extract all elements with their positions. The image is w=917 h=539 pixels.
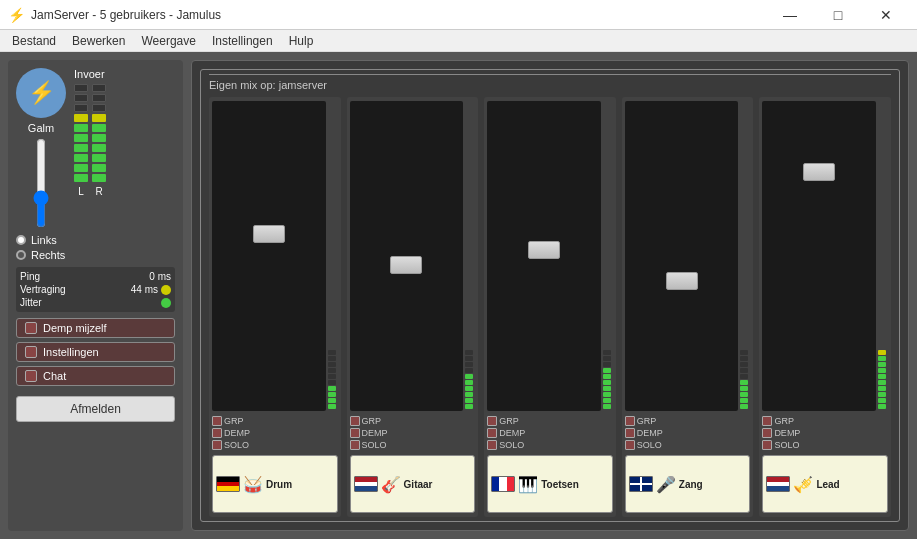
lead-grp-label: GRP (774, 416, 794, 426)
lead-demp-btn[interactable] (762, 428, 772, 438)
lead-solo-btn[interactable] (762, 440, 772, 450)
lr-labels: L R (74, 186, 106, 197)
meter-seg (92, 144, 106, 152)
meter-seg (74, 114, 88, 122)
zang-user-name: Zang (679, 479, 703, 490)
links-option[interactable]: Links (16, 234, 175, 246)
meter-left (74, 84, 88, 182)
instellingen-button[interactable]: Instellingen (16, 342, 175, 362)
meter-seg (92, 174, 106, 182)
rechts-radio[interactable] (16, 250, 26, 260)
drum-solo-label: SOLO (224, 440, 249, 450)
lead-user-name: Lead (816, 479, 839, 490)
gitaar-solo-btn[interactable] (350, 440, 360, 450)
minimize-button[interactable]: — (767, 0, 813, 30)
links-radio[interactable] (16, 235, 26, 245)
meter-seg (74, 174, 88, 182)
drum-fader-handle[interactable] (253, 225, 285, 243)
titlebar-title: JamServer - 5 gebruikers - Jamulus (31, 8, 221, 22)
chat-indicator (25, 370, 37, 382)
gitaar-flag (354, 476, 378, 492)
galm-slider[interactable] (32, 138, 50, 228)
input-meters (74, 84, 106, 182)
menu-item-hulp[interactable]: Hulp (281, 32, 322, 50)
drum-solo-btn[interactable] (212, 440, 222, 450)
meter-seg (92, 164, 106, 172)
rechts-option[interactable]: Rechts (16, 249, 175, 261)
toetsen-demp-label: DEMP (499, 428, 525, 438)
l-label: L (74, 186, 88, 197)
demp-mijzelf-button[interactable]: Demp mijzelf (16, 318, 175, 338)
lead-fader-handle[interactable] (803, 163, 835, 181)
drum-grp-row: GRP (212, 416, 338, 426)
toetsen-solo-btn[interactable] (487, 440, 497, 450)
stats-section: Ping 0 ms Vertraging 44 ms Jitter (16, 267, 175, 312)
toetsen-user-card: 🎹 Toetsen (487, 455, 613, 513)
jitter-indicator (161, 298, 171, 308)
menu-item-bestand[interactable]: Bestand (4, 32, 64, 50)
close-button[interactable]: ✕ (863, 0, 909, 30)
channel-drum: GRP DEMP SOLO 🥁 D (209, 97, 341, 517)
menu-item-bewerken[interactable]: Bewerken (64, 32, 133, 50)
gitaar-fader-area (350, 101, 476, 411)
gitaar-meter (465, 101, 475, 411)
drum-grp-btn[interactable] (212, 416, 222, 426)
ping-value-group: 0 ms (149, 271, 171, 282)
toetsen-meter (603, 101, 613, 411)
zang-solo-btn[interactable] (625, 440, 635, 450)
toetsen-controls: GRP DEMP SOLO (487, 416, 613, 450)
demp-indicator (25, 322, 37, 334)
drum-demp-btn[interactable] (212, 428, 222, 438)
chat-button[interactable]: Chat (16, 366, 175, 386)
zang-controls: GRP DEMP SOLO (625, 416, 751, 450)
meter-seg (92, 154, 106, 162)
drum-user-name: Drum (266, 479, 292, 490)
zang-fader-handle[interactable] (666, 272, 698, 290)
toetsen-flag (491, 476, 515, 492)
zang-solo-row: SOLO (625, 440, 751, 450)
galm-label: Galm (28, 122, 54, 134)
toetsen-solo-row: SOLO (487, 440, 613, 450)
toetsen-fader-handle[interactable] (528, 241, 560, 259)
toetsen-demp-btn[interactable] (487, 428, 497, 438)
mixer-panel: Eigen mix op: jamserver (191, 60, 909, 531)
toetsen-grp-row: GRP (487, 416, 613, 426)
lead-controls: GRP DEMP SOLO (762, 416, 888, 450)
invoer-label: Invoer (74, 68, 106, 80)
channel-toetsen: GRP DEMP SOLO 🎹 T (484, 97, 616, 517)
gitaar-grp-row: GRP (350, 416, 476, 426)
meter-seg (92, 114, 106, 122)
lead-grp-btn[interactable] (762, 416, 772, 426)
jitter-label: Jitter (20, 297, 42, 308)
zang-grp-btn[interactable] (625, 416, 635, 426)
maximize-button[interactable]: □ (815, 0, 861, 30)
gitaar-user-name: Gitaar (404, 479, 433, 490)
toetsen-grp-btn[interactable] (487, 416, 497, 426)
gitaar-demp-btn[interactable] (350, 428, 360, 438)
menu-item-instellingen[interactable]: Instellingen (204, 32, 281, 50)
meter-right (92, 84, 106, 182)
afmelden-button[interactable]: Afmelden (16, 396, 175, 422)
drum-fader-area (212, 101, 338, 411)
menu-item-weergave[interactable]: Weergave (133, 32, 203, 50)
zang-demp-btn[interactable] (625, 428, 635, 438)
channel-lead: GRP DEMP SOLO 🎺 L (759, 97, 891, 517)
titlebar-left: ⚡ JamServer - 5 gebruikers - Jamulus (8, 7, 221, 23)
instellingen-label: Instellingen (43, 346, 99, 358)
jitter-row: Jitter (20, 297, 171, 308)
meter-seg (74, 124, 88, 132)
gitaar-instrument-icon: 🎸 (381, 475, 401, 494)
gitaar-grp-label: GRP (362, 416, 382, 426)
zang-solo-label: SOLO (637, 440, 662, 450)
gitaar-grp-btn[interactable] (350, 416, 360, 426)
gitaar-solo-row: SOLO (350, 440, 476, 450)
zang-demp-label: DEMP (637, 428, 663, 438)
toetsen-fader-track (487, 101, 601, 411)
galm-invoer-section: ⚡ Galm Invoer (16, 68, 175, 228)
vertraging-value-group: 44 ms (131, 284, 171, 295)
left-panel: ⚡ Galm Invoer (8, 60, 183, 531)
gitaar-fader-handle[interactable] (390, 256, 422, 274)
vertraging-value: 44 ms (131, 284, 158, 295)
drum-demp-row: DEMP (212, 428, 338, 438)
toetsen-fader-area (487, 101, 613, 411)
